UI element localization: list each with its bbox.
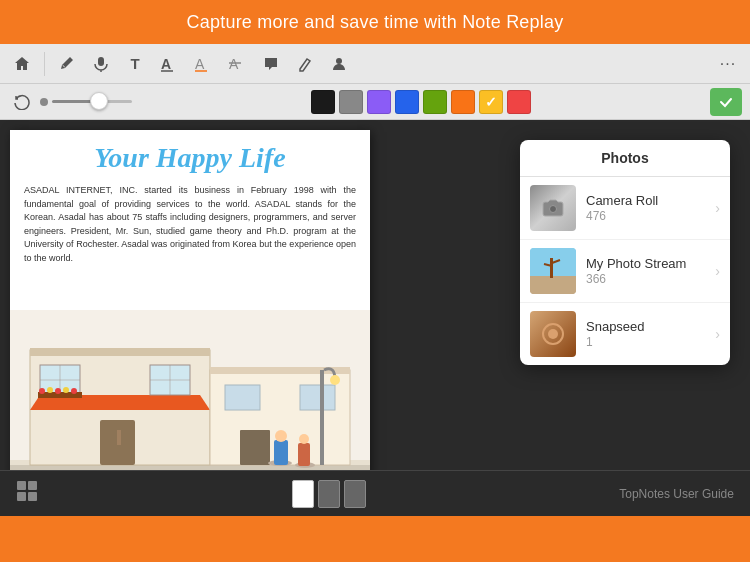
note-body: ASADAL INTERNET, INC. started its busine… <box>10 180 370 269</box>
banner-text: Capture more and save time with Note Rep… <box>187 12 564 33</box>
font-upper-icon[interactable]: A <box>155 50 183 78</box>
color-toolbar: ✓ <box>0 84 750 120</box>
photo-stream-info: My Photo Stream 366 <box>586 256 715 286</box>
svg-rect-51 <box>28 492 37 501</box>
page-thumb-3[interactable] <box>344 480 366 508</box>
color-swatch-orange[interactable] <box>451 90 475 114</box>
svg-text:A: A <box>229 56 239 72</box>
more-icon[interactable]: ··· <box>714 50 742 78</box>
photo-stream-chevron: › <box>715 263 720 279</box>
main-area: T A A A ··· <box>0 44 750 516</box>
svg-rect-35 <box>274 440 288 465</box>
svg-rect-43 <box>550 258 553 278</box>
photo-stream-count: 366 <box>586 272 715 286</box>
person-icon[interactable] <box>325 50 353 78</box>
svg-rect-30 <box>225 385 260 410</box>
color-swatch-gray[interactable] <box>339 90 363 114</box>
camera-roll-thumbnail <box>530 185 576 231</box>
svg-text:A: A <box>161 56 171 72</box>
pen-icon[interactable] <box>53 50 81 78</box>
svg-point-24 <box>55 388 61 394</box>
done-button[interactable] <box>710 88 742 116</box>
toolbar: T A A A ··· <box>0 44 750 84</box>
grid-icon[interactable] <box>16 480 38 507</box>
page-thumbnails[interactable] <box>292 480 366 508</box>
color-swatch-black[interactable] <box>311 90 335 114</box>
snapseed-chevron: › <box>715 326 720 342</box>
svg-point-33 <box>330 375 340 385</box>
svg-rect-32 <box>320 370 324 465</box>
color-swatch-yellow[interactable]: ✓ <box>479 90 503 114</box>
photo-item-photo-stream[interactable]: My Photo Stream 366 › <box>520 240 730 303</box>
slider-dot <box>40 98 48 106</box>
toolbar-separator-1 <box>44 52 45 76</box>
color-swatch-blue[interactable] <box>395 90 419 114</box>
svg-rect-50 <box>17 492 26 501</box>
active-color-check: ✓ <box>485 94 497 110</box>
svg-rect-12 <box>30 348 210 356</box>
brush-size-slider[interactable] <box>40 98 132 106</box>
svg-point-36 <box>275 430 287 442</box>
svg-text:A: A <box>195 56 205 72</box>
strikethrough-icon[interactable]: A <box>223 50 251 78</box>
note-page: Your Happy Life ASADAL INTERNET, INC. st… <box>10 130 370 470</box>
page-thumb-2[interactable] <box>318 480 340 508</box>
page-thumb-1[interactable] <box>292 480 314 508</box>
speech-bubble-icon[interactable] <box>257 50 285 78</box>
snapseed-info: Snapseed 1 <box>586 319 715 349</box>
photos-popup: Photos Camera Roll 476 › <box>520 140 730 365</box>
snapseed-thumbnail <box>530 311 576 357</box>
snapseed-count: 1 <box>586 335 715 349</box>
bottom-title: TopNotes User Guide <box>619 487 734 501</box>
snapseed-name: Snapseed <box>586 319 715 334</box>
svg-rect-42 <box>530 276 576 294</box>
text-icon[interactable]: T <box>121 50 149 78</box>
document-area: Your Happy Life ASADAL INTERNET, INC. st… <box>0 120 750 470</box>
camera-roll-thumb-content <box>530 185 576 231</box>
svg-point-39 <box>299 434 309 444</box>
svg-rect-10 <box>10 465 370 470</box>
home-icon[interactable] <box>8 50 36 78</box>
street-illustration <box>10 310 370 470</box>
snapseed-thumb-content <box>530 311 576 357</box>
color-swatch-purple[interactable] <box>367 90 391 114</box>
photo-stream-thumb-content <box>530 248 576 294</box>
svg-rect-29 <box>240 430 270 465</box>
slider-track <box>52 100 132 103</box>
camera-roll-name: Camera Roll <box>586 193 715 208</box>
svg-rect-0 <box>98 57 104 66</box>
slider-thumb[interactable] <box>90 92 108 110</box>
svg-point-7 <box>336 58 342 64</box>
svg-rect-48 <box>17 481 26 490</box>
photo-item-camera-roll[interactable]: Camera Roll 476 › <box>520 177 730 240</box>
note-title: Your Happy Life <box>10 130 370 180</box>
svg-rect-49 <box>28 481 37 490</box>
camera-roll-info: Camera Roll 476 <box>586 193 715 223</box>
undo-button[interactable] <box>8 88 36 116</box>
font-lower-icon[interactable]: A <box>189 50 217 78</box>
svg-rect-31 <box>300 385 335 410</box>
photo-item-snapseed[interactable]: Snapseed 1 › <box>520 303 730 365</box>
svg-rect-38 <box>298 443 310 466</box>
pen2-icon[interactable] <box>291 50 319 78</box>
svg-point-26 <box>71 388 77 394</box>
photo-stream-name: My Photo Stream <box>586 256 715 271</box>
photos-popup-header: Photos <box>520 140 730 177</box>
svg-point-23 <box>47 387 53 393</box>
svg-point-40 <box>550 206 557 213</box>
bottom-bar: TopNotes User Guide <box>0 470 750 516</box>
svg-rect-14 <box>117 430 121 445</box>
photo-stream-thumbnail <box>530 248 576 294</box>
svg-point-47 <box>548 329 558 339</box>
camera-roll-chevron: › <box>715 200 720 216</box>
microphone-icon[interactable] <box>87 50 115 78</box>
svg-point-22 <box>39 388 45 394</box>
camera-roll-count: 476 <box>586 209 715 223</box>
color-swatch-red[interactable] <box>507 90 531 114</box>
color-swatch-green[interactable] <box>423 90 447 114</box>
banner: Capture more and save time with Note Rep… <box>0 0 750 44</box>
svg-point-25 <box>63 387 69 393</box>
